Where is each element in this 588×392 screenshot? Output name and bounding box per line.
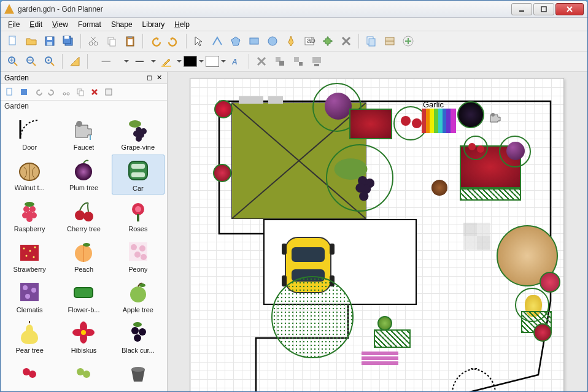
panel-save-button[interactable] [17, 85, 31, 99]
paving-3[interactable] [463, 223, 490, 250]
panel-props-button[interactable] [102, 85, 115, 99]
pointer-tool[interactable] [190, 33, 207, 50]
menu-shape[interactable]: Shape [106, 19, 137, 30]
library-item-hibiscus[interactable]: Hibiskus [57, 317, 110, 356]
panel-cut-button[interactable] [60, 85, 73, 99]
panel-undo-button[interactable] [31, 85, 45, 99]
panel-copy-button[interactable] [74, 85, 87, 99]
add-button[interactable] [400, 33, 417, 50]
cherry-tree-shape-2[interactable] [463, 136, 488, 160]
zoom-out-button[interactable] [23, 53, 40, 70]
open-button[interactable] [23, 33, 40, 50]
library-item-grape[interactable]: Grape-vine [112, 114, 164, 153]
library-item-plum[interactable]: Plum tree [57, 155, 110, 195]
copy-button[interactable] [103, 33, 120, 50]
paving-2[interactable] [268, 96, 283, 104]
library-item-faucet[interactable]: Faucet [57, 114, 110, 153]
ungroup-button[interactable] [290, 53, 307, 70]
grape-vine-shape[interactable] [326, 144, 393, 212]
menu-view[interactable]: View [47, 19, 73, 30]
library-item-walnut[interactable]: Walnut t... [3, 155, 56, 195]
menu-library[interactable]: Library [137, 19, 170, 30]
paving-1[interactable] [239, 96, 263, 104]
library-item-car[interactable]: Car [112, 155, 164, 195]
menu-edit[interactable]: Edit [25, 19, 47, 30]
plugin-tool[interactable] [319, 33, 336, 50]
clematis-shape[interactable] [362, 352, 398, 365]
library-item-pear[interactable]: Pear tree [3, 317, 56, 356]
font-button[interactable]: A [228, 53, 245, 70]
menu-help[interactable]: Help [169, 19, 195, 30]
pen-tool[interactable] [282, 33, 300, 50]
panel-redo-button[interactable] [45, 85, 59, 99]
rose-shape[interactable] [213, 164, 231, 182]
zoom-reset-button[interactable] [41, 53, 58, 70]
canvas[interactable]: Garlic [168, 72, 587, 391]
ellipse-tool[interactable] [264, 33, 281, 50]
library-item-berry2[interactable] [57, 357, 110, 389]
flowerbed-3[interactable] [460, 188, 521, 201]
line-tool[interactable] [209, 33, 226, 50]
new-button[interactable] [4, 33, 21, 50]
fill-color-dropdown[interactable] [198, 53, 204, 70]
library-item-strawberry[interactable]: Strawberry [3, 236, 56, 275]
text-tool[interactable]: abc [301, 33, 318, 50]
library-item-raspberry[interactable]: Raspberry [3, 196, 56, 235]
pencil-color-dropdown[interactable] [176, 53, 182, 70]
arrange-button[interactable] [308, 53, 325, 70]
tools-button[interactable] [253, 53, 270, 70]
group-button[interactable] [271, 53, 288, 70]
zoom-in-button[interactable] [4, 53, 21, 70]
strawberry-bed-1[interactable] [349, 109, 392, 139]
library-item-flowerbed[interactable]: Flower-b... [57, 277, 110, 316]
bg-color-swatch[interactable] [206, 56, 219, 67]
panel-float-button[interactable]: ◻ [145, 74, 153, 82]
fill-color-swatch[interactable] [184, 56, 197, 67]
strawberry-shape[interactable] [214, 100, 233, 118]
library-item-blackcurrant[interactable]: Black cur... [112, 317, 164, 356]
library-item-berry1[interactable] [3, 357, 56, 389]
paste-button[interactable] [122, 33, 139, 50]
panel-close-button[interactable]: ✕ [155, 74, 163, 82]
library-button[interactable] [381, 33, 398, 50]
library-item-apple[interactable]: Apple tree [112, 277, 164, 316]
rect-tool[interactable] [246, 33, 263, 50]
minimize-button[interactable] [511, 3, 532, 15]
bg-color-dropdown[interactable] [220, 53, 226, 70]
garlic-label[interactable]: Garlic [423, 100, 444, 109]
delete-button[interactable] [338, 33, 355, 50]
flowerbed-1[interactable] [374, 329, 411, 348]
pencil-color-button[interactable] [158, 53, 175, 70]
layers-button[interactable] [363, 33, 380, 50]
close-button[interactable] [555, 3, 584, 15]
pond-shape[interactable] [269, 274, 355, 360]
cut-button[interactable] [85, 33, 102, 50]
line-weight-button[interactable] [131, 53, 149, 70]
save-all-button[interactable] [60, 33, 77, 50]
undo-button[interactable] [147, 33, 164, 50]
faucet-top[interactable] [488, 112, 503, 125]
library-item-rose[interactable]: Roses [112, 196, 164, 235]
maximize-button[interactable] [533, 3, 554, 15]
color-chart[interactable] [422, 109, 456, 133]
panel-new-button[interactable] [3, 85, 17, 99]
polygon-tool[interactable] [227, 33, 244, 50]
library-item-clematis[interactable]: Clematis [3, 277, 56, 316]
library-item-door[interactable]: Door [3, 114, 56, 153]
stump-shape[interactable] [431, 180, 447, 196]
line-style-dropdown[interactable] [123, 53, 130, 70]
line-weight-dropdown[interactable] [150, 53, 157, 70]
library-item-peach[interactable]: Peach [57, 236, 110, 275]
apple-tree-shape[interactable] [377, 316, 392, 331]
panel-delete-button[interactable] [88, 85, 101, 99]
menu-file[interactable]: File [3, 19, 25, 30]
library-item-peony[interactable]: Peony [112, 236, 164, 275]
line-style-button[interactable] [91, 53, 122, 70]
rose-shape-2[interactable] [533, 323, 552, 342]
raspberry-shape[interactable] [540, 272, 560, 293]
redo-button[interactable] [165, 33, 182, 50]
plum-tree-shape-2[interactable] [499, 136, 531, 167]
menu-format[interactable]: Format [73, 19, 106, 30]
library-item-pot[interactable] [112, 357, 164, 389]
library-item-cherry[interactable]: Cherry tree [57, 196, 110, 235]
